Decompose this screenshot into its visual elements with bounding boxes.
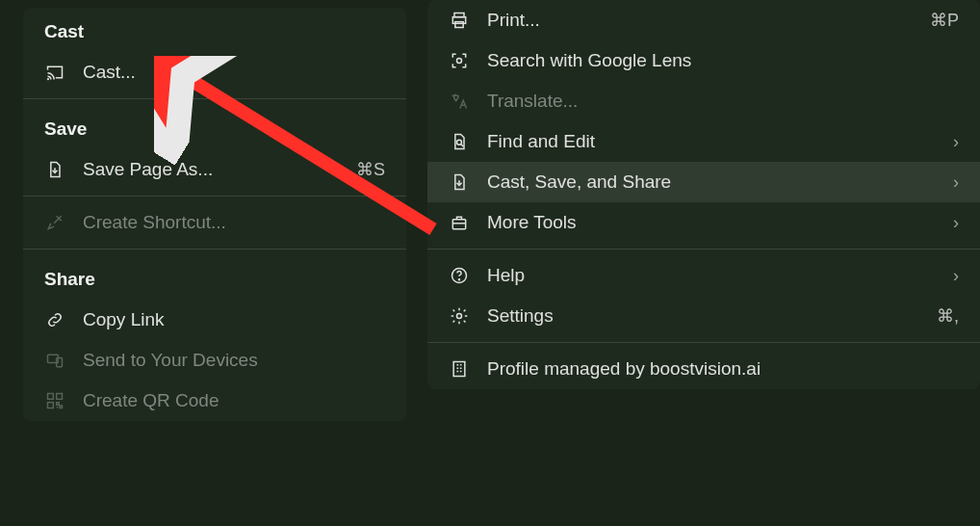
divider: [427, 342, 980, 343]
svg-rect-3: [48, 394, 54, 400]
menu-label: Print...: [487, 10, 913, 31]
shortcut-icon: [44, 212, 65, 233]
menu-label: Help: [487, 265, 936, 286]
link-icon: [44, 309, 65, 330]
find-page-icon: [449, 131, 470, 152]
svg-point-13: [459, 279, 460, 280]
menu-label: Create QR Code: [83, 390, 385, 411]
building-icon: [449, 358, 470, 380]
section-header-cast: Cast: [23, 8, 406, 52]
menu-label: Translate...: [487, 91, 959, 112]
translate-icon: [449, 91, 470, 112]
menu-label: Create Shortcut...: [83, 212, 385, 233]
save-page-icon: [44, 159, 65, 180]
menu-item-send-to-devices: Send to Your Devices: [23, 340, 406, 381]
divider: [23, 98, 406, 99]
cast-save-share-submenu: Cast Cast... Save Save Page As... ⌘S Cre…: [23, 8, 406, 421]
menu-item-create-qr: Create QR Code: [23, 381, 406, 421]
chevron-right-icon: ›: [953, 132, 959, 152]
divider: [427, 249, 980, 250]
menu-shortcut: ⌘S: [356, 159, 385, 180]
save-share-icon: [449, 171, 470, 193]
menu-item-settings[interactable]: Settings ⌘,: [427, 296, 980, 336]
svg-point-0: [48, 79, 49, 80]
svg-rect-15: [453, 362, 465, 377]
menu-item-translate: Translate...: [427, 81, 980, 121]
section-header-share: Share: [23, 255, 406, 300]
print-icon: [449, 10, 470, 31]
svg-rect-4: [57, 394, 63, 400]
menu-label: More Tools: [487, 212, 936, 233]
help-icon: [449, 265, 470, 286]
lens-icon: [449, 50, 470, 71]
browser-main-menu: Print... ⌘P Search with Google Lens Tran…: [427, 0, 980, 389]
menu-item-save-page-as[interactable]: Save Page As... ⌘S: [23, 149, 406, 190]
menu-item-print[interactable]: Print... ⌘P: [427, 0, 980, 40]
gear-icon: [449, 305, 470, 327]
menu-shortcut: ⌘,: [937, 305, 959, 327]
menu-item-more-tools[interactable]: More Tools ›: [427, 202, 980, 243]
menu-label: Cast, Save, and Share: [487, 171, 936, 193]
menu-label: Search with Google Lens: [487, 50, 959, 71]
menu-item-create-shortcut: Create Shortcut...: [23, 202, 406, 243]
menu-label: Send to Your Devices: [83, 350, 385, 371]
menu-label: Copy Link: [83, 309, 385, 330]
svg-rect-11: [452, 220, 465, 229]
menu-label: Save Page As...: [83, 159, 339, 180]
menu-shortcut: ⌘P: [930, 10, 959, 31]
menu-item-profile-managed[interactable]: Profile managed by boostvision.ai: [427, 349, 980, 389]
menu-label: Find and Edit: [487, 131, 936, 152]
menu-item-cast[interactable]: Cast...: [23, 52, 406, 92]
chevron-right-icon: ›: [953, 266, 959, 286]
menu-label: Cast...: [83, 62, 385, 83]
menu-item-help[interactable]: Help ›: [427, 255, 980, 296]
menu-item-find-edit[interactable]: Find and Edit ›: [427, 121, 980, 162]
svg-point-9: [457, 59, 462, 64]
section-header-save: Save: [23, 105, 406, 149]
chevron-right-icon: ›: [953, 172, 959, 193]
svg-point-14: [457, 314, 462, 319]
chevron-right-icon: ›: [953, 213, 959, 233]
divider: [23, 196, 406, 197]
menu-label: Settings: [487, 305, 919, 327]
toolbox-icon: [449, 212, 470, 233]
svg-rect-5: [48, 403, 54, 408]
menu-label: Profile managed by boostvision.ai: [487, 358, 959, 380]
qr-code-icon: [44, 390, 65, 411]
menu-item-cast-save-share[interactable]: Cast, Save, and Share ›: [427, 162, 980, 202]
devices-icon: [44, 350, 65, 371]
cast-icon: [44, 62, 65, 83]
svg-rect-8: [455, 22, 463, 28]
menu-item-copy-link[interactable]: Copy Link: [23, 300, 406, 340]
divider: [23, 249, 406, 250]
menu-item-search-lens[interactable]: Search with Google Lens: [427, 40, 980, 81]
